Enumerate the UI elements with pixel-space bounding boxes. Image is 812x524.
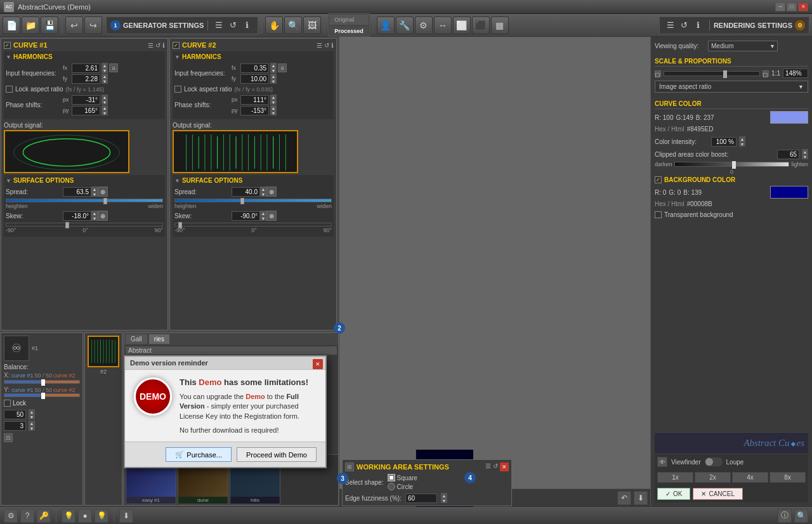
info-icon-btn[interactable]: ⓘ	[778, 509, 792, 523]
curve1-fx-spinner[interactable]: ▲ ▼	[102, 63, 108, 73]
dialog-close-button[interactable]: ✕	[313, 359, 323, 369]
undo-button[interactable]: ↩	[65, 16, 83, 34]
render-reset-button[interactable]: ↺	[678, 18, 691, 32]
curve1-px-input[interactable]	[72, 95, 100, 105]
curve1-spread-input[interactable]	[63, 187, 91, 197]
canvas-btn4[interactable]: ↶	[617, 491, 631, 505]
curve1-fx-lock[interactable]: a	[109, 63, 118, 72]
zoom-tool[interactable]: 🔍	[284, 16, 302, 34]
scale-track[interactable]	[664, 71, 760, 76]
shape-square-radio[interactable]	[388, 474, 395, 481]
bg-color-checkbox[interactable]: ✓	[655, 176, 662, 183]
curve1-skew-zoom[interactable]: ⊕	[98, 211, 108, 221]
gen-reset-button[interactable]: ↺	[226, 18, 240, 32]
toggle-icon-btn[interactable]: ●	[78, 509, 92, 523]
gallery-item-abstract[interactable]: Abstract	[126, 346, 337, 355]
tool2[interactable]: 🔧	[396, 16, 414, 34]
curve2-skew-input[interactable]	[232, 211, 260, 221]
curve1-spread-spinner[interactable]: ▲ ▼	[91, 187, 98, 197]
bulb-on-icon-btn[interactable]: 💡	[95, 509, 108, 523]
wa-edge-up[interactable]: ▲	[441, 493, 447, 498]
shape-circle-radio[interactable]	[388, 483, 395, 490]
tool1[interactable]: 👤	[377, 16, 395, 34]
close-button[interactable]: ✕	[798, 3, 808, 11]
curve1-py-input[interactable]	[72, 106, 100, 115]
scale-min-btn[interactable]: □	[655, 70, 661, 77]
ok-button[interactable]: ✓ OK	[657, 488, 690, 500]
key-icon-btn[interactable]: 🔑	[37, 509, 51, 523]
boost-input[interactable]	[777, 150, 799, 159]
intensity-up[interactable]: ▲	[739, 136, 745, 141]
maximize-button[interactable]: □	[787, 3, 797, 11]
curve1-spread-zoom[interactable]: ⊕	[98, 187, 108, 197]
curve1-fx-up[interactable]: ▲	[102, 63, 108, 68]
curve2-fy-input[interactable]	[240, 74, 269, 84]
zoom-4x[interactable]: 4x	[732, 472, 768, 483]
gen-menu-button[interactable]: ☰	[212, 18, 226, 32]
intensity-dn[interactable]: ▼	[739, 141, 745, 147]
curve1-py-dn[interactable]: ▼	[102, 110, 108, 115]
wa-menu[interactable]: ☰	[485, 462, 491, 471]
tool6[interactable]: ⬛	[472, 16, 490, 34]
tool7[interactable]: ▦	[491, 16, 509, 34]
purchase-button[interactable]: 🛒 Purchase...	[166, 447, 232, 462]
tab-original[interactable]: Original	[329, 14, 369, 25]
curve2-fx-input[interactable]	[240, 63, 269, 73]
curve1-skew-spinner[interactable]: ▲ ▼	[91, 211, 98, 221]
boost-track[interactable]: 0	[674, 162, 790, 167]
curve1-px-dn[interactable]: ▼	[102, 100, 108, 105]
balance-icon[interactable]: ⚖	[4, 433, 13, 442]
gallery-tab-gall[interactable]: Gall	[125, 334, 148, 344]
render-info-button[interactable]: ℹ	[691, 18, 705, 32]
curve1-skew-input[interactable]	[63, 211, 91, 221]
curve2-fy-up[interactable]: ▲	[270, 74, 277, 79]
settings-icon-btn[interactable]: ⚙	[4, 509, 18, 523]
boost-dn[interactable]: ▼	[802, 154, 808, 159]
wa-close[interactable]: ✕	[500, 462, 509, 471]
redo-button[interactable]: ↪	[84, 16, 102, 34]
curve2-reset[interactable]: ↺	[324, 42, 329, 49]
curve1-info[interactable]: ℹ	[162, 42, 165, 49]
curve1-fy-spinner[interactable]: ▲ ▼	[102, 74, 108, 84]
hand-tool[interactable]: ✋	[265, 16, 283, 34]
viewing-quality-select[interactable]: Medium Low High Very High	[708, 41, 778, 51]
proceed-demo-button[interactable]: Proceed with Demo	[237, 447, 317, 462]
curve1-fx-input[interactable]	[72, 63, 100, 73]
help-icon-btn[interactable]: ?	[20, 509, 34, 523]
curve2-skew-thumb[interactable]	[178, 222, 182, 228]
curve1-checkbox[interactable]: ✓	[4, 42, 11, 49]
save-button[interactable]: 💾	[41, 16, 58, 34]
wa-reset[interactable]: ↺	[493, 462, 498, 471]
image-tool[interactable]: 🖼	[303, 16, 321, 34]
canvas-btn5[interactable]: ⬇	[634, 491, 648, 505]
curve2-skew-track[interactable]	[174, 223, 332, 226]
curve2-fx-lock[interactable]: a	[278, 63, 287, 72]
curve1-fy-dn[interactable]: ▼	[102, 79, 108, 84]
curve1-px-up[interactable]: ▲	[102, 95, 108, 100]
image-aspect-dropdown[interactable]: Image aspect ratio ▼	[655, 81, 808, 93]
curve2-fx-up[interactable]: ▲	[270, 63, 277, 68]
curve2-fx-dn[interactable]: ▼	[270, 68, 277, 73]
scale-max-btn[interactable]: □	[763, 70, 769, 77]
curve2-menu[interactable]: ☰	[317, 42, 322, 49]
gallery-tab-ries[interactable]: ries	[148, 334, 170, 344]
wa-edge-dn[interactable]: ▼	[441, 498, 447, 503]
curve1-py-up[interactable]: ▲	[102, 105, 108, 110]
curve2-spread-zoom[interactable]: ⊕	[266, 187, 277, 197]
zoom-8x[interactable]: 8x	[769, 472, 806, 483]
curve1-reset[interactable]: ↺	[155, 42, 160, 49]
tool4[interactable]: ↔	[434, 16, 452, 34]
transparent-bg-checkbox[interactable]	[655, 211, 662, 218]
download-icon-btn[interactable]: ⬇	[119, 509, 133, 523]
tab-processed[interactable]: Processed	[329, 25, 369, 37]
scale-pct-input[interactable]	[783, 69, 808, 78]
boost-thumb[interactable]	[732, 161, 736, 169]
lock-balance-cb[interactable]	[4, 400, 11, 407]
curve2-skew-zoom[interactable]: ⊕	[266, 211, 277, 221]
curve2-checkbox[interactable]: ✓	[173, 42, 180, 49]
curve-color-swatch[interactable]	[770, 111, 808, 124]
main-canvas[interactable]	[339, 37, 650, 488]
curve1-lock-checkbox[interactable]	[6, 86, 13, 93]
curve1-fy-input[interactable]	[72, 74, 100, 84]
curve2-spread-input[interactable]	[232, 187, 260, 197]
